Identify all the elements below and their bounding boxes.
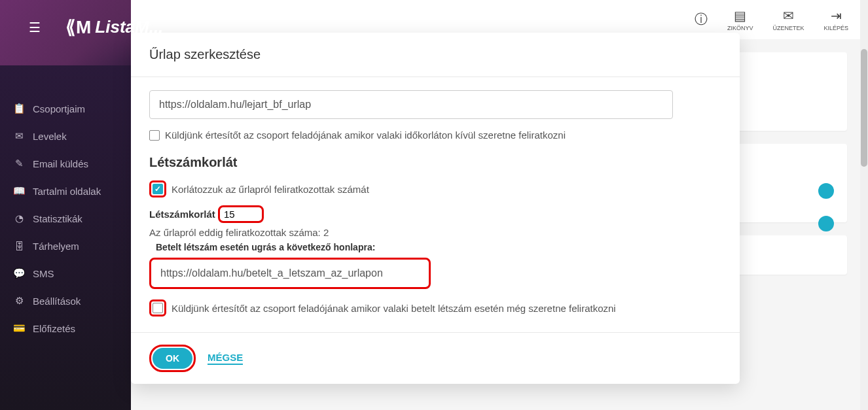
- edit-icon: ✎: [13, 158, 25, 169]
- limit-section-heading: Létszámkorlát: [149, 155, 721, 170]
- sidebar: ☰ ⟪M ListaM... 📋 Csoportjaim ✉ Levelek ✎…: [0, 0, 131, 410]
- limit-value-input[interactable]: [218, 205, 264, 223]
- logo-text: ListaM...: [95, 17, 163, 37]
- bg-badge: [818, 216, 834, 231]
- sidebar-item-sms[interactable]: 💬 SMS: [0, 260, 131, 287]
- card-icon: 💳: [13, 322, 25, 334]
- expired-url-input[interactable]: [149, 90, 673, 119]
- modal-body: Küldjünk értesítőt az csoport feladójána…: [131, 77, 740, 332]
- sms-icon: 💬: [13, 267, 25, 279]
- storage-icon: 🗄: [13, 240, 25, 252]
- logo: ⟪M ListaM...: [65, 16, 163, 38]
- topbar-logout[interactable]: ⇥ KILÉPÉS: [823, 8, 848, 31]
- sidebar-item-label: Tartalmi oldalak: [33, 186, 101, 197]
- sidebar-item-beallitasok[interactable]: ⚙ Beállítások: [0, 287, 131, 315]
- current-count-text: Az űrlapról eddig feliratkozottak száma:…: [149, 227, 721, 238]
- sidebar-item-tartalmi-oldalak[interactable]: 📖 Tartalmi oldalak: [0, 177, 131, 205]
- limit-enable-row: ✓ Korlátozzuk az űrlapról feliratkozotta…: [149, 180, 721, 197]
- hamburger-icon[interactable]: ☰: [29, 20, 41, 35]
- page-scrollbar[interactable]: [860, 0, 868, 410]
- sidebar-item-levelek[interactable]: ✉ Levelek: [0, 122, 131, 150]
- highlight-notify-full-checkbox: [149, 299, 166, 316]
- ok-button[interactable]: OK: [153, 348, 192, 369]
- sidebar-item-elofizetes[interactable]: 💳 Előfizetés: [0, 315, 131, 342]
- sidebar-item-label: Statisztikák: [33, 213, 82, 224]
- modal-footer: OK MÉGSE: [131, 332, 740, 384]
- topbar-label: KILÉPÉS: [823, 25, 848, 31]
- highlight-limit-checkbox: ✓: [149, 180, 166, 197]
- limit-enable-label: Korlátozzuk az űrlapról feliratkozottak …: [172, 184, 369, 195]
- modal-title: Űrlap szerkesztése: [149, 47, 721, 62]
- handbook-icon: ▤: [734, 8, 746, 24]
- modal-header: Űrlap szerkesztése: [131, 33, 740, 77]
- limit-value-label: Létszámkorlát: [149, 209, 215, 220]
- topbar-label: ZIKÖNYV: [727, 25, 753, 31]
- sidebar-item-label: Tárhelyem: [33, 241, 79, 252]
- topbar-label: ÜZENETEK: [772, 25, 804, 31]
- gear-icon: ⚙: [13, 295, 25, 307]
- sidebar-item-label: Csoportjaim: [33, 103, 85, 114]
- chart-icon: ◔: [13, 213, 25, 224]
- clipboard-icon: 📋: [13, 103, 25, 114]
- notify-full-label: Küldjünk értesítőt az csoport feladójána…: [172, 303, 616, 314]
- book-icon: 📖: [13, 185, 25, 197]
- logout-icon: ⇥: [831, 8, 842, 24]
- sidebar-item-email-kuldes[interactable]: ✎ Email küldés: [0, 150, 131, 177]
- help-icon: ⓘ: [695, 10, 708, 28]
- scrollbar-thumb[interactable]: [861, 49, 867, 167]
- sidebar-item-label: SMS: [33, 268, 54, 279]
- sidebar-item-tarhelyem[interactable]: 🗄 Tárhelyem: [0, 232, 131, 260]
- sidebar-item-statisztikak[interactable]: ◔ Statisztikák: [0, 205, 131, 232]
- highlight-ok-button: OK: [149, 345, 196, 372]
- notify-full-checkbox[interactable]: [153, 303, 163, 313]
- topbar-handbook[interactable]: ▤ ZIKÖNYV: [727, 8, 753, 31]
- topbar-help[interactable]: ⓘ: [695, 10, 708, 29]
- edit-form-modal: Űrlap szerkesztése Küldjünk értesítőt az…: [131, 33, 740, 384]
- limit-enable-checkbox[interactable]: ✓: [153, 184, 163, 194]
- jump-url-label: Betelt létszám esetén ugrás a következő …: [156, 242, 721, 252]
- sidebar-item-csoportjaim[interactable]: 📋 Csoportjaim: [0, 95, 131, 122]
- sidebar-item-label: Előfizetés: [33, 323, 75, 334]
- mail-icon: ✉: [13, 130, 25, 142]
- sidebar-item-label: Beállítások: [33, 296, 81, 307]
- topbar-messages[interactable]: ✉ ÜZENETEK: [772, 8, 804, 31]
- notify-expired-checkbox[interactable]: [149, 130, 160, 141]
- bg-badge: [818, 183, 834, 199]
- messages-icon: ✉: [783, 8, 794, 24]
- logo-icon: ⟪M: [65, 16, 91, 38]
- sidebar-item-label: Email küldés: [33, 158, 88, 169]
- notify-expired-label: Küldjünk értesítőt az csoport feladójána…: [165, 129, 566, 141]
- cancel-button[interactable]: MÉGSE: [208, 352, 243, 365]
- full-url-input[interactable]: [149, 258, 431, 289]
- sidebar-item-label: Levelek: [33, 131, 67, 142]
- notify-expired-row: Küldjünk értesítőt az csoport feladójána…: [149, 129, 721, 141]
- limit-value-row: Létszámkorlát: [149, 205, 721, 223]
- notify-full-row: Küldjünk értesítőt az csoport feladójána…: [149, 299, 721, 316]
